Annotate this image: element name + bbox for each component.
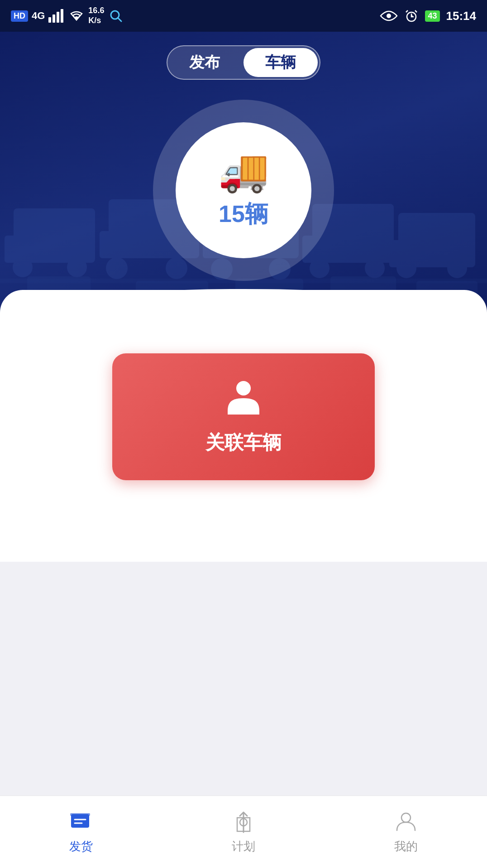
svg-rect-0 xyxy=(48,17,51,23)
hd-badge: HD xyxy=(11,10,28,22)
status-left: HD 4G 16.6K/s xyxy=(11,6,124,25)
svg-line-8 xyxy=(406,10,408,12)
vehicle-circle: 🚚 15辆 xyxy=(153,100,334,281)
person-icon xyxy=(223,378,264,419)
wifi-icon xyxy=(68,9,85,23)
svg-point-25 xyxy=(365,258,385,278)
signal-text: 4G xyxy=(32,10,45,22)
circle-outer: 🚚 15辆 xyxy=(153,100,334,281)
svg-rect-3 xyxy=(61,9,63,23)
status-right: 43 15:14 xyxy=(380,9,476,23)
svg-point-13 xyxy=(67,257,87,277)
circle-inner: 🚚 15辆 xyxy=(176,122,311,258)
nav-label-plan: 计划 xyxy=(232,839,255,854)
vehicle-count-text: 15辆 xyxy=(219,198,268,230)
svg-line-9 xyxy=(415,10,417,12)
nav-item-mine[interactable]: 我的 xyxy=(325,810,487,854)
tab-toggle[interactable]: 发布 车辆 xyxy=(167,45,320,80)
mine-icon xyxy=(393,810,419,835)
nav-item-shipping[interactable]: 发货 xyxy=(0,810,162,854)
svg-line-5 xyxy=(118,18,121,21)
tab-publish[interactable]: 发布 xyxy=(167,46,242,79)
svg-point-28 xyxy=(396,258,416,278)
status-bar: HD 4G 16.6K/s 43 15:14 xyxy=(0,0,487,32)
signal-icon xyxy=(48,9,65,23)
shipping-icon xyxy=(68,810,94,835)
svg-rect-1 xyxy=(53,14,55,23)
nav-label-shipping: 发货 xyxy=(69,839,93,854)
associate-label: 关联车辆 xyxy=(205,430,282,455)
tab-vehicle[interactable]: 车辆 xyxy=(244,48,318,77)
svg-rect-37 xyxy=(71,814,89,828)
nav-item-plan[interactable]: 计划 xyxy=(162,810,325,854)
truck-illustration: 🚚 xyxy=(218,150,269,191)
battery-level: 43 xyxy=(425,10,439,22)
svg-point-6 xyxy=(387,14,391,18)
svg-rect-15 xyxy=(100,231,129,258)
alarm-icon xyxy=(404,9,419,23)
svg-rect-2 xyxy=(57,12,59,23)
eye-icon xyxy=(380,10,398,22)
bottom-nav: 发货 计划 我的 xyxy=(0,796,487,868)
associate-vehicle-button[interactable]: 关联车辆 xyxy=(112,353,375,480)
nav-label-mine: 我的 xyxy=(394,839,418,854)
svg-point-42 xyxy=(401,813,411,822)
gray-area xyxy=(0,544,487,806)
svg-point-12 xyxy=(13,257,33,277)
speed-text: 16.6K/s xyxy=(88,6,104,25)
card-section: 关联车辆 xyxy=(0,290,487,562)
plan-icon xyxy=(231,810,256,835)
svg-point-16 xyxy=(106,257,128,279)
svg-point-29 xyxy=(447,258,467,278)
search-icon[interactable] xyxy=(108,8,124,24)
svg-rect-38 xyxy=(70,813,90,816)
svg-point-36 xyxy=(236,381,251,395)
time-display: 15:14 xyxy=(446,9,477,23)
